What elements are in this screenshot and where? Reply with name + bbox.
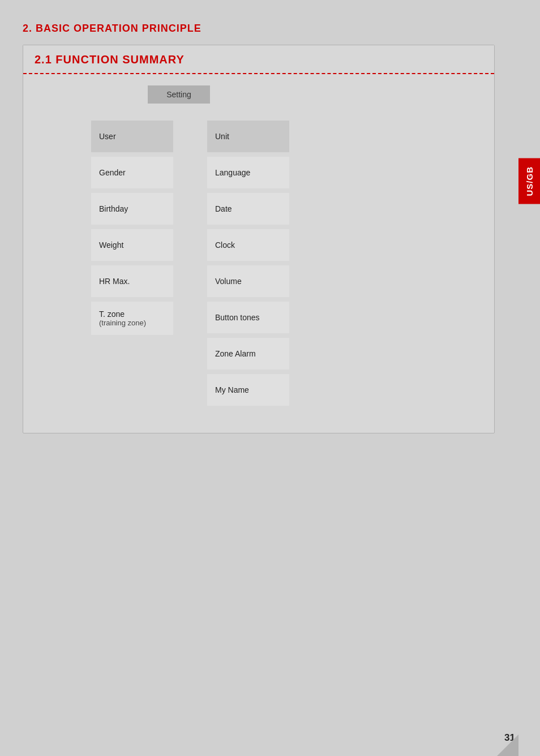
columns-row: User Gender Birthday Weight HR Max. — [91, 121, 472, 410]
side-tab: US/GB — [518, 158, 540, 204]
node-user: User — [91, 121, 173, 152]
node-birthday: Birthday — [91, 193, 173, 225]
setting-node: Setting — [57, 85, 472, 121]
node-unit: Unit — [207, 121, 289, 152]
function-summary-box: 2.1 FUNCTION SUMMARY Setting User Gender — [23, 45, 495, 433]
node-date: Date — [207, 193, 289, 225]
node-zone-alarm: Zone Alarm — [207, 338, 289, 370]
node-volume: Volume — [207, 265, 289, 297]
col-left: User Gender Birthday Weight HR Max. — [91, 121, 173, 410]
col-right: Unit Language Date Clock Volume — [207, 121, 289, 410]
node-hr-max: HR Max. — [91, 265, 173, 297]
node-gender: Gender — [91, 157, 173, 188]
diagram-area: Setting User Gender Birthday Weigh — [23, 74, 494, 416]
node-button-tones: Button tones — [207, 302, 289, 333]
corner-decoration — [497, 734, 518, 756]
node-clock: Clock — [207, 229, 289, 261]
setting-node-label: Setting — [148, 85, 210, 104]
node-language: Language — [207, 157, 289, 188]
node-weight: Weight — [91, 229, 173, 261]
function-summary-header: 2.1 FUNCTION SUMMARY — [23, 45, 494, 74]
function-summary-title: 2.1 FUNCTION SUMMARY — [35, 53, 185, 66]
node-my-name: My Name — [207, 374, 289, 406]
page-wrapper: 2. BASIC OPERATION PRINCIPLE 2.1 FUNCTIO… — [0, 0, 540, 756]
node-tzone: T. zone (training zone) — [91, 302, 173, 335]
section-title: 2. BASIC OPERATION PRINCIPLE — [23, 17, 517, 35]
